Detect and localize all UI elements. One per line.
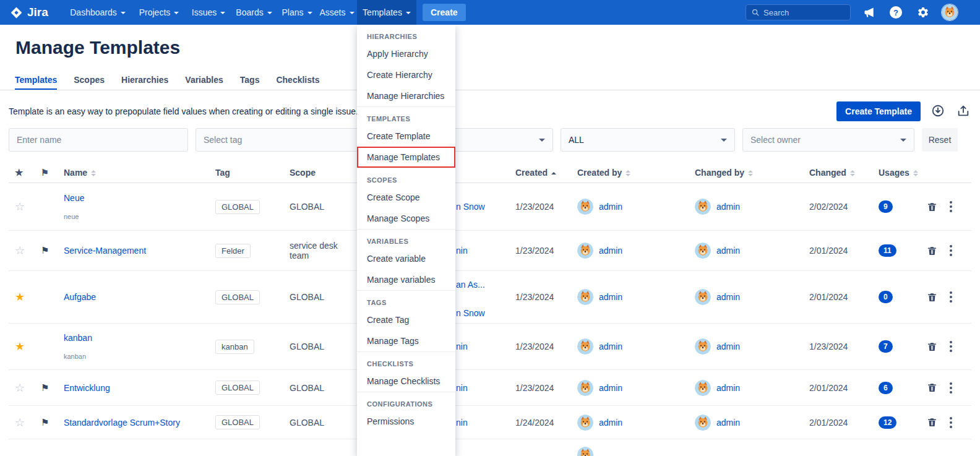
- owner-link-fragment[interactable]: an As...: [456, 280, 485, 290]
- changed-by-link[interactable]: admin: [716, 292, 740, 302]
- sort-icon[interactable]: [748, 170, 753, 176]
- nav-item-assets[interactable]: Assets: [317, 0, 357, 25]
- owner-link-fragment[interactable]: n Snow: [456, 308, 485, 318]
- column-header-created-by[interactable]: Created by: [569, 168, 686, 178]
- import-templates-button[interactable]: [931, 104, 946, 119]
- menu-item-manage-variables[interactable]: Manage variables: [357, 269, 455, 290]
- created-by-link[interactable]: admin: [599, 418, 622, 428]
- template-name-link[interactable]: Entwicklung: [64, 383, 207, 393]
- sort-ascending-icon[interactable]: [551, 172, 556, 174]
- delete-button[interactable]: [927, 342, 937, 352]
- menu-item-manage-hierarchies[interactable]: Manage Hierarchies: [357, 85, 455, 106]
- menu-item-permissions[interactable]: Permissions: [357, 411, 455, 432]
- more-actions-button[interactable]: [948, 416, 953, 429]
- help-button[interactable]: ?: [888, 5, 903, 20]
- nav-item-plans[interactable]: Plans: [277, 0, 317, 25]
- all-filter-select[interactable]: ALL: [561, 128, 735, 152]
- name-filter-input[interactable]: [17, 135, 180, 145]
- menu-item-manage-tags[interactable]: Manage Tags: [357, 330, 455, 351]
- owner-link-fragment[interactable]: nin: [456, 418, 468, 428]
- menu-item-manage-templates[interactable]: Manage Templates: [357, 147, 455, 168]
- template-name-link[interactable]: Aufgabe: [64, 292, 207, 302]
- search-box[interactable]: [746, 4, 851, 20]
- owner-link-fragment[interactable]: nin: [456, 246, 468, 256]
- flag-column-header-icon[interactable]: ⚑: [41, 168, 49, 178]
- tab-templates[interactable]: Templates: [15, 71, 57, 90]
- tab-tags[interactable]: Tags: [240, 71, 260, 90]
- column-header-tag[interactable]: Tag: [207, 168, 281, 178]
- changed-by-link[interactable]: admin: [716, 202, 740, 212]
- favorite-star-icon[interactable]: ☆: [15, 416, 25, 429]
- delete-button[interactable]: [927, 292, 937, 303]
- user-profile-avatar[interactable]: [942, 4, 958, 20]
- nav-item-boards[interactable]: Boards: [231, 0, 277, 25]
- jira-brand[interactable]: Jira: [10, 0, 48, 25]
- announcements-button[interactable]: [862, 5, 877, 20]
- favorite-star-icon[interactable]: ★: [15, 340, 25, 353]
- delete-button[interactable]: [927, 246, 937, 256]
- menu-item-create-tag[interactable]: Create Tag: [357, 309, 455, 330]
- delete-button[interactable]: [927, 202, 937, 212]
- more-actions-button[interactable]: [948, 290, 953, 304]
- menu-item-create-hierarchy[interactable]: Create Hierarchy: [357, 64, 455, 85]
- created-by-link[interactable]: admin: [599, 246, 622, 256]
- tab-checklists[interactable]: Checklists: [276, 71, 319, 90]
- column-header-usages[interactable]: Usages: [870, 168, 919, 178]
- owner-link-fragment[interactable]: nin: [456, 342, 468, 351]
- nav-item-templates[interactable]: Templates: [357, 0, 416, 25]
- sort-icon[interactable]: [625, 170, 630, 176]
- nav-item-issues[interactable]: Issues: [186, 0, 231, 25]
- sort-icon[interactable]: [850, 170, 855, 176]
- menu-item-manage-scopes[interactable]: Manage Scopes: [357, 208, 455, 229]
- menu-item-create-template[interactable]: Create Template: [357, 126, 455, 147]
- create-template-button[interactable]: Create Template: [836, 101, 921, 121]
- more-actions-button[interactable]: [948, 381, 953, 395]
- tag-filter-select[interactable]: Select tag: [196, 128, 375, 152]
- column-header-name[interactable]: Name: [55, 168, 207, 178]
- favorite-star-icon[interactable]: ☆: [15, 200, 25, 213]
- created-by-link[interactable]: admin: [599, 202, 622, 212]
- template-name-link[interactable]: Standardvorlage Scrum+Story: [64, 418, 207, 428]
- settings-button[interactable]: [916, 5, 931, 20]
- tab-variables[interactable]: Variables: [185, 71, 223, 90]
- more-actions-button[interactable]: [948, 200, 953, 213]
- changed-by-link[interactable]: admin: [716, 418, 740, 428]
- column-header-changed-by[interactable]: Changed by: [686, 168, 801, 178]
- column-header-scope[interactable]: Scope: [281, 168, 358, 178]
- column-header-changed[interactable]: Changed: [801, 168, 870, 178]
- owner-filter-select[interactable]: Select owner: [742, 128, 914, 152]
- changed-by-link[interactable]: admin: [716, 246, 740, 256]
- template-name-link[interactable]: Service-Management: [64, 246, 207, 256]
- owner-link-fragment[interactable]: nin: [456, 383, 468, 393]
- favorite-column-header-icon[interactable]: ★: [15, 167, 23, 178]
- owner-link-fragment[interactable]: n Snow: [456, 202, 485, 212]
- favorite-star-icon[interactable]: ★: [15, 291, 25, 303]
- nav-item-dashboards[interactable]: Dashboards: [64, 0, 132, 25]
- created-by-link[interactable]: admin: [599, 292, 622, 302]
- more-actions-button[interactable]: [948, 340, 953, 353]
- delete-button[interactable]: [927, 417, 937, 428]
- favorite-star-icon[interactable]: ☆: [15, 244, 25, 257]
- create-button[interactable]: Create: [423, 4, 466, 21]
- column-header-created[interactable]: Created: [507, 168, 569, 178]
- reset-button[interactable]: Reset: [922, 128, 958, 152]
- favorite-star-icon[interactable]: ☆: [15, 382, 25, 394]
- changed-by-link[interactable]: admin: [716, 342, 740, 351]
- export-templates-button[interactable]: [956, 104, 971, 119]
- created-by-link[interactable]: admin: [599, 383, 622, 393]
- menu-item-create-variable[interactable]: Create variable: [357, 248, 455, 269]
- delete-button[interactable]: [927, 382, 937, 393]
- menu-item-apply-hierarchy[interactable]: Apply Hierarchy: [357, 43, 455, 64]
- more-actions-button[interactable]: [948, 244, 953, 257]
- changed-by-link[interactable]: admin: [716, 383, 740, 393]
- template-name-link[interactable]: kanban: [64, 333, 207, 343]
- sort-icon[interactable]: [913, 170, 918, 176]
- menu-item-manage-checklists[interactable]: Manage Checklists: [357, 371, 455, 392]
- menu-item-create-scope[interactable]: Create Scope: [357, 187, 455, 208]
- search-input[interactable]: [763, 8, 845, 17]
- tab-scopes[interactable]: Scopes: [74, 71, 105, 90]
- template-name-link[interactable]: Neue: [64, 193, 207, 203]
- tab-hierarchies[interactable]: Hierarchies: [121, 71, 168, 90]
- sort-icon[interactable]: [91, 170, 96, 176]
- created-by-link[interactable]: admin: [599, 342, 622, 351]
